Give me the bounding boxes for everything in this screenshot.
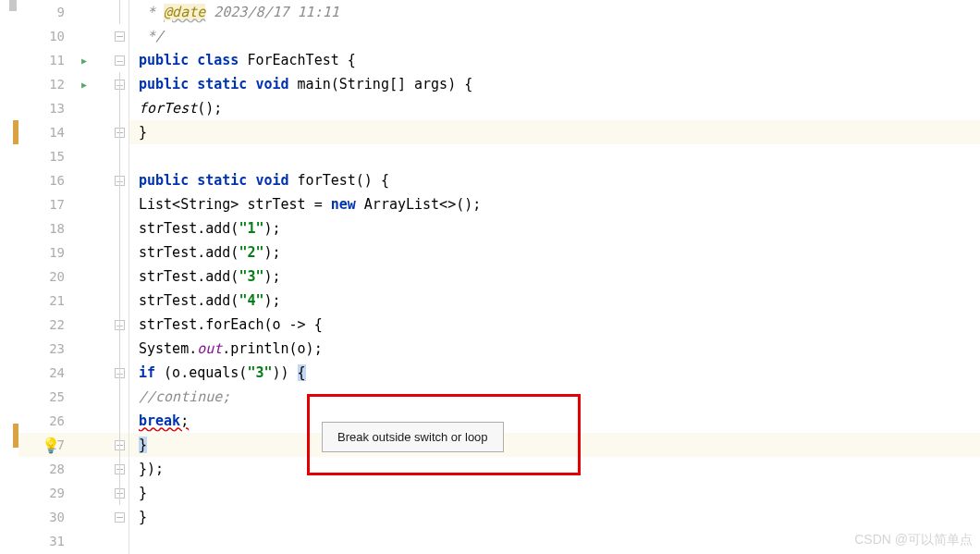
line-num: 19 xyxy=(18,245,74,260)
line-num: 29 xyxy=(18,486,74,500)
editor-container: 9 10─ 11▶– 12▶– 13 14─ 15 16– 17 18 19 2… xyxy=(0,0,980,554)
code-line-16[interactable]: public static void forTest() { xyxy=(139,168,980,192)
code-line-11[interactable]: public class ForEachTest { xyxy=(139,48,980,72)
line-num: 31 xyxy=(18,534,74,548)
line-num: 30 xyxy=(18,510,74,524)
line-num: 14 xyxy=(18,125,74,140)
code-line-25[interactable]: //continue; xyxy=(139,385,980,409)
tooltip-text: Break outside switch or loop xyxy=(337,430,488,444)
line-num: 25 xyxy=(18,389,74,404)
fold-close-icon[interactable]: ─ xyxy=(115,31,125,42)
line-num: 15 xyxy=(18,149,74,164)
code-line-20[interactable]: strTest.add("3"); xyxy=(139,265,980,289)
line-num: 13 xyxy=(18,101,74,116)
code-line-27[interactable]: } xyxy=(139,433,980,457)
line-numbers: 9 10─ 11▶– 12▶– 13 14─ 15 16– 17 18 19 2… xyxy=(18,0,129,553)
code-line-17[interactable]: List<String> strTest = new ArrayList<>()… xyxy=(139,192,980,216)
left-margin xyxy=(0,0,18,554)
watermark: CSDN @可以简单点 xyxy=(854,532,973,548)
gutter: 9 10─ 11▶– 12▶– 13 14─ 15 16– 17 18 19 2… xyxy=(18,0,129,554)
code-line-19[interactable]: strTest.add("2"); xyxy=(139,240,980,265)
line-num: 22 xyxy=(18,317,74,332)
code-line-13[interactable]: forTest(); xyxy=(139,96,980,120)
code-line-10[interactable]: */ xyxy=(139,24,980,48)
code-line-12[interactable]: public static void main(String[] args) { xyxy=(139,72,980,96)
run-icon[interactable]: ▶ xyxy=(81,80,87,90)
code-line-18[interactable]: strTest.add("1"); xyxy=(139,216,980,240)
code-line-30[interactable]: } xyxy=(139,505,980,529)
line-num: 9 xyxy=(18,5,74,19)
code-line-15[interactable] xyxy=(139,144,980,168)
line-num: 12 xyxy=(18,77,74,92)
line-num: 28 xyxy=(18,462,74,476)
error-tooltip: Break outside switch or loop xyxy=(322,422,504,452)
line-num: 17 xyxy=(18,197,74,212)
line-num: 26 xyxy=(18,413,74,428)
fold-minus-icon[interactable]: – xyxy=(115,55,125,66)
line-num: 11 xyxy=(18,53,74,68)
code-line-22[interactable]: strTest.forEach(o -> { xyxy=(139,313,980,337)
code-line-28[interactable]: }); xyxy=(139,457,980,481)
code-area[interactable]: * @date 2023/8/17 11:11 */ public class … xyxy=(129,0,980,554)
line-num: 21 xyxy=(18,293,74,308)
line-num: 10 xyxy=(18,29,74,43)
code-line-23[interactable]: System.out.println(o); xyxy=(139,337,980,361)
fold-close-icon[interactable]: ─ xyxy=(115,512,125,523)
code-line-24[interactable]: if (o.equals("3")) { xyxy=(139,361,980,385)
line-num: 18 xyxy=(18,221,74,236)
line-num: 24 xyxy=(18,365,74,380)
run-icon[interactable]: ▶ xyxy=(81,55,87,66)
code-line-9[interactable]: * @date 2023/8/17 11:11 xyxy=(139,0,980,24)
line-num: 16 xyxy=(18,173,74,188)
line-num: 20 xyxy=(18,269,74,284)
code-line-29[interactable]: } xyxy=(139,481,980,505)
change-marker-grey xyxy=(9,0,17,11)
code-line-14[interactable]: } xyxy=(139,120,980,144)
code-line-21[interactable]: strTest.add("4"); xyxy=(139,289,980,313)
bulb-icon[interactable]: 💡 xyxy=(42,437,60,454)
code-line-26[interactable]: break; xyxy=(139,409,980,433)
line-num: 23 xyxy=(18,341,74,356)
